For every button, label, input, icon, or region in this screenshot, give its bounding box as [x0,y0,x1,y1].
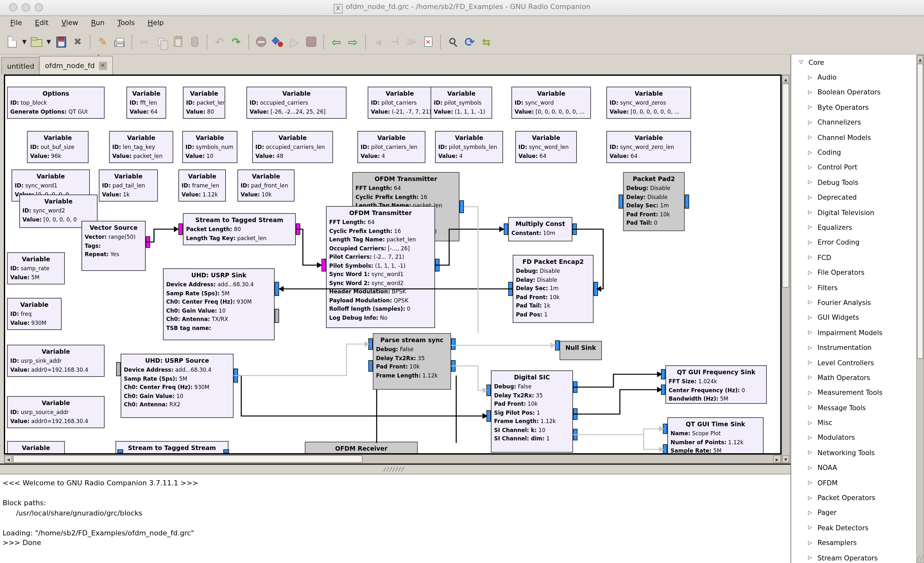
block-parse-stream-sync[interactable]: Parse stream syncDebug: FalseDelay Tx2Rx… [373,333,451,390]
splitter-handle-icon[interactable]: ╱╱╱╱╱╱╱ [384,467,405,471]
block-var-pilot-symbols-len[interactable]: VariableID: pilot_symbols_lenValue: 4 [435,131,503,163]
block-var-symbols-num[interactable]: VariableID: symbols_numValue: 10 [182,131,237,163]
chevron-right-icon[interactable]: ▷ [807,344,814,350]
sidebar-item-audio[interactable]: ▷Audio [791,70,924,85]
chevron-right-icon[interactable]: ▷ [807,149,814,155]
block-var-occupied-carriers[interactable]: VariableID: occupied_carriersValue: [-26… [246,87,346,119]
port-blue[interactable] [573,429,578,440]
sidebar-item-channel-models[interactable]: ▷Channel Models [791,130,924,145]
sidebar-item-file-operators[interactable]: ▷File Operators [791,265,924,280]
canvas-vscrollbar[interactable]: ▲ ▼ [782,75,790,464]
port-blue[interactable] [573,381,578,393]
port-blue[interactable] [223,449,229,453]
port-blue[interactable] [486,384,491,396]
chevron-right-icon[interactable]: ▷ [807,269,814,275]
port-magenta[interactable] [146,236,150,248]
block-var-packet-len[interactable]: VariableID: packet_lenValue: 80 [183,87,225,119]
port-blue[interactable] [661,384,665,395]
sidebar-item-fcd[interactable]: ▷FCD [791,250,924,265]
open-dropdown-icon[interactable]: ▼ [45,33,52,50]
block-var-pad-tail-len[interactable]: VariableID: pad_tail_lenValue: 1k [99,170,158,201]
sidebar-item-digital-television[interactable]: ▷Digital Television [791,205,924,220]
chevron-right-icon[interactable]: ▷ [807,164,814,170]
block-var-pilot-carriers[interactable]: VariableID: pilot_carriersValue: (-21, -… [368,87,432,119]
sidebar-item-equalizers[interactable]: ▷Equalizers [791,220,924,235]
chevron-right-icon[interactable]: ▷ [807,299,814,305]
chevron-right-icon[interactable]: ▷ [807,224,814,230]
sidebar-item-fourier-analysis[interactable]: ▷Fourier Analysis [791,295,924,310]
sidebar-item-misc[interactable]: ▷Misc [791,415,924,430]
chevron-right-icon[interactable]: ▷ [807,89,814,95]
sidebar-item-modulators[interactable]: ▷Modulators [791,430,924,445]
sidebar-item-stream-operators[interactable]: ▷Stream Operators [791,550,924,563]
sidebar-item-core[interactable]: ▽Core [791,54,924,70]
block-uhd-usrp-source[interactable]: UHD: USRP SourceDevice Address: add...68… [121,354,234,418]
scroll-down-icon[interactable]: ▼ [782,455,789,463]
block-multiply-const[interactable]: Multiply ConstConstant: 10m [508,217,572,242]
sidebar-item-impairment-models[interactable]: ▷Impairment Models [791,325,924,340]
sidebar-item-peak-detectors[interactable]: ▷Peak Detectors [791,520,924,535]
menu-tools[interactable]: Tools [111,17,141,28]
block-ofdm-receiver[interactable]: OFDM Receiver [305,442,418,453]
flowgraph-errors-icon[interactable]: ✕ [420,33,436,50]
sidebar-item-measurement-tools[interactable]: ▷Measurement Tools [791,385,924,400]
port-blue[interactable] [555,340,560,350]
chevron-right-icon[interactable]: ▷ [807,404,814,410]
block-var-len-tag-key[interactable]: VariableID: len_tag_keyValue: packet_len [109,131,173,163]
new-flowgraph-icon[interactable] [4,33,21,50]
block-var-frame-len[interactable]: VariableID: frame_lenValue: 1.12k [178,170,226,201]
chevron-right-icon[interactable]: ▷ [807,179,814,185]
scroll-up-icon[interactable]: ▲ [782,75,789,83]
block-options[interactable]: OptionsID: top_blockGenerate Options: QT… [7,87,105,119]
port-gray[interactable] [116,362,121,376]
block-packet-pad2[interactable]: Packet Pad2Debug: DisableDelay: DisableD… [623,172,685,231]
chevron-right-icon[interactable]: ▷ [807,419,814,425]
tab-close-icon[interactable]: ✕ [99,61,107,70]
sidebar-item-channelizers[interactable]: ▷Channelizers [791,115,924,130]
block-var-pilot-carriers-len[interactable]: VariableID: pilot_carriers_lenValue: 4 [357,131,425,163]
port-blue[interactable] [619,195,623,209]
sidebar-item-boolean-operators[interactable]: ▷Boolean Operators [791,85,924,100]
redo-icon[interactable]: ↷ [228,33,244,50]
chevron-right-icon[interactable]: ▷ [807,239,814,245]
port-blue[interactable] [685,195,689,209]
sidebar-item-packet-operators[interactable]: ▷Packet Operators [791,490,924,505]
port-blue[interactable] [234,368,238,383]
chevron-right-icon[interactable]: ▷ [807,329,814,335]
scroll-up-icon[interactable]: ▲ [917,55,923,63]
block-var-pilot-symbols[interactable]: VariableID: pilot_symbolsValue: (1, 1, 1… [430,87,492,119]
sidebar-item-debug-tools[interactable]: ▷Debug Tools [791,175,924,190]
chevron-right-icon[interactable]: ▷ [807,450,814,455]
sidebar-item-pager[interactable]: ▷Pager [791,505,924,520]
chevron-right-icon[interactable]: ▷ [807,194,814,200]
port-blue[interactable] [661,369,665,380]
chevron-right-icon[interactable]: ▷ [807,119,814,125]
canvas-vscrollbar-thumb[interactable] [782,83,789,288]
port-blue[interactable] [451,338,456,350]
sidebar-item-instrumentation[interactable]: ▷Instrumentation [791,340,924,355]
sidebar-item-error-coding[interactable]: ▷Error Coding [791,235,924,250]
block-var-usrp-source-addr[interactable]: VariableID: usrp_source_addrValue: addr0… [7,396,105,428]
sidebar-item-message-tools[interactable]: ▷Message Tools [791,400,924,415]
port-blue[interactable] [459,200,464,213]
chevron-right-icon[interactable]: ▷ [807,390,814,395]
fdd-icon[interactable]: ⇆ [478,33,495,50]
print-icon[interactable] [111,33,128,50]
chevron-right-icon[interactable]: ▷ [807,525,814,531]
find-block-icon[interactable] [445,33,461,50]
port-magenta[interactable] [178,224,183,235]
flowgraph-canvas[interactable]: OptionsID: top_blockGenerate Options: QT… [5,76,780,453]
block-uhd-usrp-sink[interactable]: UHD: USRP SinkDevice Address: add...68.3… [163,268,274,340]
chevron-right-icon[interactable]: ▷ [807,480,814,485]
chevron-right-icon[interactable]: ▷ [807,435,814,440]
port-blue[interactable] [451,360,456,372]
port-blue[interactable] [663,444,668,453]
block-vector-source[interactable]: Vector SourceVector: range(50)Tags: Repe… [81,221,146,271]
new-dropdown-icon[interactable]: ▼ [21,33,28,50]
chevron-right-icon[interactable]: ▷ [807,375,814,380]
port-gray[interactable] [274,309,279,323]
chevron-right-icon[interactable]: ▷ [807,540,814,545]
open-flowgraph-icon[interactable] [28,33,45,50]
forward-icon[interactable]: ⇨ [345,33,361,50]
sidebar-item-coding[interactable]: ▷Coding [791,145,924,160]
